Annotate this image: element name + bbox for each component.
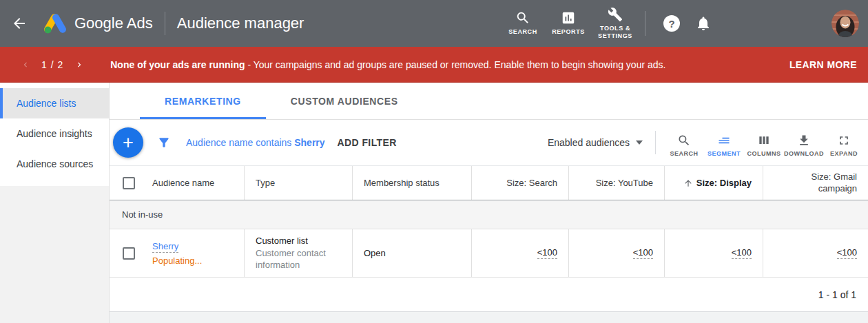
size-youtube-value[interactable]: <100 [633,247,653,259]
sidebar-item-audience-sources[interactable]: Audience sources [0,149,109,179]
banner-next-button[interactable] [74,60,84,70]
type-cell: Customer list Customer contact informati… [244,229,352,277]
pagination-text: 1 - 1 of 1 [818,289,856,300]
banner-message-bold: None of your ads are running [110,59,245,70]
size-display-value[interactable]: <100 [732,247,752,259]
tool-label: DOWNLOAD [784,150,824,157]
back-button[interactable] [0,15,39,32]
bar-chart-icon [561,10,576,25]
topbar-search-button[interactable]: SEARCH [500,10,546,36]
column-header-size-youtube[interactable]: Size: YouTube [568,166,664,200]
download-icon [797,134,811,147]
size-search-cell: <100 [471,229,568,277]
size-search-value[interactable]: <100 [537,247,557,259]
column-header-label: Size: Display [696,178,752,188]
column-header-label: Size: Gmail campaign [774,171,857,195]
topbar-search-label: SEARCH [508,28,537,36]
tool-label: SEARCH [670,150,698,157]
column-header-membership-status[interactable]: Membership status [352,166,471,200]
table-toolbar: + Audience name contains Sherry ADD FILT… [110,120,868,165]
table-expand-button[interactable]: EXPAND [824,128,864,157]
size-gmail-value[interactable]: <100 [837,247,857,259]
google-ads-window: Google Ads Audience manager SEARCH REPOR… [0,0,868,323]
membership-status-cell: Open [352,229,471,277]
topbar-divider [165,12,165,35]
tab-label: CUSTOM AUDIENCES [291,96,398,107]
chevron-left-icon [21,60,30,70]
table-search-button[interactable]: SEARCH [664,128,704,157]
row-checkbox-cell [110,229,141,277]
tool-label: COLUMNS [747,150,781,157]
help-icon: ? [668,18,674,30]
banner-previous-button[interactable] [21,60,30,70]
page-background [110,312,868,323]
add-audience-button[interactable]: + [113,127,143,158]
chevron-right-icon [74,60,84,70]
group-label: Not in-use [122,209,163,220]
column-header-size-gmail[interactable]: Size: Gmail campaign [763,166,868,200]
banner-message: None of your ads are running - Your camp… [110,59,665,70]
audience-view-dropdown[interactable]: Enabled audiences [548,137,643,148]
table-download-button[interactable]: DOWNLOAD [784,128,824,157]
tab-bar: REMARKETING CUSTOM AUDIENCES [110,83,868,120]
sidebar-item-label: Audience lists [17,98,76,109]
filter-value: Sherry [294,137,324,148]
sidebar-item-label: Audience insights [17,128,92,139]
size-display-cell: <100 [664,229,763,277]
filter-button[interactable] [157,136,171,149]
main-content: REMARKETING CUSTOM AUDIENCES + Audience … [110,83,868,323]
sidebar-item-audience-lists[interactable]: Audience lists [0,88,109,118]
column-header-type[interactable]: Type [244,166,352,200]
row-checkbox[interactable] [123,247,135,260]
page-body: Audience lists Audience insights Audienc… [0,83,868,323]
dropdown-arrow-icon [636,140,643,145]
size-youtube-cell: <100 [568,229,664,277]
filter-funnel-icon [157,136,171,149]
banner-message-rest: - Your campaigns and ad groups are pause… [247,59,665,70]
topbar-reports-button[interactable]: REPORTS [546,10,591,36]
search-icon [677,134,691,147]
audience-name-link[interactable]: Sherry [152,241,178,253]
table-segment-button[interactable]: SEGMENT [704,128,744,157]
sidebar-item-audience-insights[interactable]: Audience insights [0,118,109,149]
toolbar-divider [655,131,656,154]
topbar-tools-settings-label: TOOLS & SETTINGS [596,25,634,41]
topbar-right-group: SEARCH REPORTS TOOLS & SETTINGS ? [500,7,868,41]
search-icon [515,10,530,25]
column-header-audience-name[interactable]: Audience name [141,166,244,200]
account-avatar[interactable] [831,10,859,37]
filter-condition: Audience name contains [186,137,291,148]
select-all-checkbox[interactable] [123,177,135,189]
banner-pager: 1 / 2 [41,59,63,70]
columns-icon [757,134,771,147]
view-filter-value: Enabled audiences [548,137,630,148]
tab-custom-audiences[interactable]: CUSTOM AUDIENCES [266,83,423,119]
topbar-tools-settings-button[interactable]: TOOLS & SETTINGS [591,7,639,41]
table-columns-button[interactable]: COLUMNS [744,128,784,157]
expand-icon [837,134,851,147]
tab-label: REMARKETING [165,96,241,107]
plus-icon: + [123,132,134,154]
sidebar-nav: Audience lists Audience insights Audienc… [0,83,109,186]
segment-icon [717,134,731,147]
tab-remarketing[interactable]: REMARKETING [140,83,266,119]
sidebar-item-label: Audience sources [17,158,93,169]
help-button[interactable]: ? [663,15,680,32]
topbar-reports-label: REPORTS [552,28,585,36]
learn-more-button[interactable]: LEARN MORE [789,54,857,76]
google-ads-logo-icon[interactable] [43,12,68,34]
tool-label: SEGMENT [707,150,741,157]
tool-label: EXPAND [830,150,858,157]
alert-banner: 1 / 2 None of your ads are running - You… [0,47,868,83]
arrow-left-icon [11,15,28,32]
notifications-button[interactable] [695,15,712,32]
top-app-bar: Google Ads Audience manager SEARCH REPOR… [0,0,868,47]
add-filter-button[interactable]: ADD FILTER [338,137,397,148]
column-header-size-display[interactable]: Size: Display [664,166,763,200]
table-row: Sherry Populating... Customer list Custo… [110,229,868,278]
type-detail: Customer contact information [256,247,341,271]
active-filter-chip[interactable]: Audience name contains Sherry [186,137,325,148]
column-header-size-search[interactable]: Size: Search [471,166,568,200]
size-gmail-cell: <100 [763,229,868,277]
wrench-icon [608,7,623,22]
